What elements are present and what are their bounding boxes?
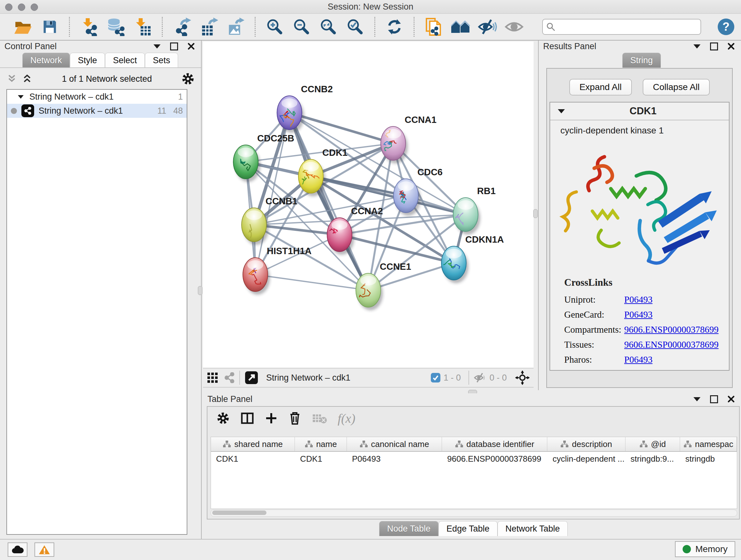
table-cell[interactable]: CDK1: [295, 452, 347, 466]
import-network-file-button[interactable]: [78, 16, 100, 37]
show-columns-icon[interactable]: [241, 412, 254, 425]
save-icon: [41, 18, 58, 36]
title-bar: Session: New Session: [0, 0, 741, 14]
crosslink-link[interactable]: 9606.ENSP00000378699: [624, 324, 719, 335]
table-row[interactable]: CDK1CDK1P064939606.ENSP00000378699cyclin…: [211, 452, 737, 466]
crosslink-link[interactable]: P06493: [624, 294, 653, 305]
collection-expanded-icon[interactable]: [18, 95, 23, 99]
collapse-all-chevron-icon[interactable]: [6, 73, 17, 84]
close-panel-icon[interactable]: [728, 43, 735, 50]
window-title: Session: New Session: [0, 2, 741, 12]
memory-button[interactable]: Memory: [675, 541, 735, 557]
zoom-in-button[interactable]: [264, 16, 286, 37]
first-neighbors-button[interactable]: [449, 16, 472, 37]
search-input[interactable]: [556, 22, 684, 32]
toolbar-separator: [468, 371, 469, 385]
collapse-all-button[interactable]: Collapse All: [643, 79, 710, 96]
table-cell[interactable]: 9606.ENSP00000378699: [442, 452, 547, 466]
table-cell[interactable]: stringdb:9...: [625, 452, 680, 466]
close-panel-icon[interactable]: [728, 395, 735, 402]
network-edge[interactable]: [255, 274, 368, 290]
gear-icon[interactable]: [181, 72, 195, 85]
add-column-icon[interactable]: [265, 412, 278, 425]
network-row-selected[interactable]: String Network – cdk1 11 48: [7, 104, 187, 118]
crosslink-link[interactable]: P06493: [624, 354, 653, 365]
node-label: RB1: [477, 186, 495, 196]
panel-menu-icon[interactable]: [693, 44, 700, 49]
export-network-button[interactable]: [171, 16, 193, 37]
left-splitter-handle[interactable]: [198, 286, 202, 295]
table-cell[interactable]: P06493: [347, 452, 442, 466]
column-header-canonical-name[interactable]: canonical name: [347, 437, 442, 451]
network-edge[interactable]: [289, 113, 393, 143]
column-header-name[interactable]: name: [295, 437, 347, 451]
delete-column-trash-icon[interactable]: [288, 411, 301, 425]
panel-menu-icon[interactable]: [153, 44, 160, 49]
network-collection-row[interactable]: String Network – cdk1 1: [7, 90, 187, 104]
pan-crosshair-icon[interactable]: [515, 370, 530, 385]
table-settings-gear-icon[interactable]: [216, 412, 230, 425]
table-horizontal-scrollbar[interactable]: [211, 509, 737, 516]
tab-select[interactable]: Select: [105, 53, 145, 68]
export-image-icon: [226, 17, 245, 36]
tab-network-table[interactable]: Network Table: [497, 521, 568, 536]
table-cell[interactable]: cyclin-dependent ...: [547, 452, 625, 466]
new-network-from-selection-button[interactable]: [422, 16, 445, 37]
column-header-shared-name[interactable]: shared name: [211, 437, 295, 451]
gene-expanded-icon[interactable]: [558, 109, 565, 113]
warning-status-button[interactable]: [35, 543, 54, 557]
import-table-button[interactable]: [131, 16, 154, 37]
float-panel-icon[interactable]: [710, 43, 718, 51]
refresh-icon: [386, 18, 403, 36]
expand-all-button[interactable]: Expand All: [569, 79, 632, 96]
detach-view-icon[interactable]: [245, 371, 259, 385]
tab-string[interactable]: String: [622, 53, 661, 68]
tab-node-table[interactable]: Node Table: [379, 521, 439, 536]
help-button[interactable]: ?: [718, 18, 734, 35]
function-builder-icon-disabled: f(x): [338, 411, 355, 426]
toolbar-separator: [239, 371, 240, 385]
float-panel-icon[interactable]: [710, 395, 718, 403]
panel-menu-icon[interactable]: [693, 397, 700, 401]
close-panel-icon[interactable]: [188, 43, 195, 50]
network-canvas[interactable]: CCNB2CCNA1CDC25BCDK1CDC6RB1CCNB1CCNA2CDK…: [203, 42, 534, 368]
grid-view-icon[interactable]: [207, 372, 218, 383]
crosslink-link[interactable]: P06493: [624, 309, 653, 320]
application-window: Session: New Session: [0, 0, 741, 560]
table-cell[interactable]: stringdb: [680, 452, 737, 466]
hide-selected-button[interactable]: [476, 16, 498, 37]
open-session-button[interactable]: [12, 16, 34, 37]
column-header-description[interactable]: description: [547, 437, 625, 451]
tab-style[interactable]: Style: [70, 53, 105, 68]
column-header-database-identifier[interactable]: database identifier: [442, 437, 547, 451]
expand-all-chevron-icon[interactable]: [22, 73, 32, 84]
hidden-eye-icon: [474, 372, 486, 383]
selected-checkbox-icon[interactable]: [431, 373, 441, 382]
search-box[interactable]: [542, 19, 701, 35]
column-header-namespac[interactable]: namespac: [680, 437, 737, 451]
share-view-icon[interactable]: [224, 372, 235, 383]
tab-network[interactable]: Network: [22, 53, 70, 68]
zoom-selected-button[interactable]: [344, 16, 366, 37]
float-panel-icon[interactable]: [170, 43, 178, 51]
scrollbar-thumb[interactable]: [212, 510, 266, 515]
toolbar-separator: [255, 17, 256, 37]
node-table[interactable]: shared namenamecanonical namedatabase id…: [211, 437, 737, 509]
zoom-fit-button[interactable]: [317, 16, 340, 37]
cloud-status-button[interactable]: [8, 543, 27, 557]
export-table-button[interactable]: [198, 16, 220, 37]
table-cell[interactable]: CDK1: [211, 452, 295, 466]
tab-sets[interactable]: Sets: [145, 53, 178, 68]
zoom-out-button[interactable]: [290, 16, 313, 37]
export-image-button[interactable]: [224, 16, 247, 37]
network-view-toolbar: String Network – cdk1 1 - 0 0 - 0: [203, 368, 534, 388]
crosslink-link[interactable]: 9606.ENSP00000378699: [624, 339, 719, 350]
gene-result-card: CDK1 cyclin-dependent kinase 1: [549, 102, 730, 371]
save-session-button[interactable]: [39, 16, 61, 37]
show-all-button[interactable]: [503, 16, 525, 37]
column-header--id[interactable]: @id: [625, 437, 680, 451]
tab-edge-table[interactable]: Edge Table: [439, 521, 497, 536]
import-network-database-button[interactable]: [105, 16, 127, 37]
right-splitter-handle[interactable]: [533, 209, 538, 218]
apply-layout-button[interactable]: [383, 16, 406, 37]
